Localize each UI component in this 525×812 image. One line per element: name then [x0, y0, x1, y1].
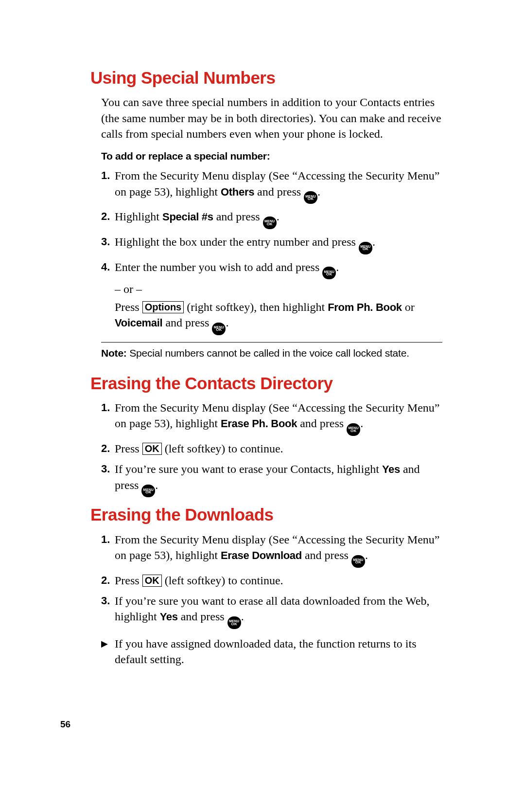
options-softkey: Options	[142, 301, 184, 313]
ok-softkey: OK	[142, 443, 162, 455]
step-text: From the Security Menu display (See “Acc…	[115, 400, 442, 436]
heading-erasing-downloads: Erasing the Downloads	[90, 505, 442, 524]
step-number: 1.	[101, 168, 115, 204]
menu-ok-icon: MENUOK	[212, 323, 226, 335]
subheading-add-replace: To add or replace a special number:	[101, 150, 442, 162]
step-text: Press OK (left softkey) to continue.	[115, 573, 442, 588]
bullet-text: If you have assigned downloaded data, th…	[115, 636, 442, 668]
menu-ok-icon: MENUOK	[228, 616, 241, 629]
menu-ok-icon: MENUOK	[304, 191, 317, 204]
heading-using-special-numbers: Using Special Numbers	[90, 68, 442, 88]
step-number: 3.	[101, 461, 115, 497]
list-item: 1. From the Security Menu display (See “…	[101, 532, 442, 568]
step-number: 1.	[101, 532, 115, 568]
menu-ok-icon: MENUOK	[359, 242, 372, 254]
bullet-note: ▶ If you have assigned downloaded data, …	[101, 636, 442, 668]
menu-ok-icon: MENUOK	[351, 555, 365, 568]
step-text: Highlight the box under the entry number…	[115, 234, 442, 254]
step-number: 4.	[101, 259, 115, 335]
list-item: 3. If you’re sure you want to erase all …	[101, 593, 442, 629]
list-item: 3. Highlight the box under the entry num…	[101, 234, 442, 254]
step-number: 3.	[101, 593, 115, 629]
list-item: 2. Press OK (left softkey) to continue.	[101, 441, 442, 456]
note-block: Note: Special numbers cannot be called i…	[101, 342, 442, 359]
step-text: From the Security Menu display (See “Acc…	[115, 532, 442, 568]
menu-ok-icon: MENUOK	[141, 485, 155, 497]
step-number: 2.	[101, 573, 115, 588]
step-text: If you’re sure you want to erase your Co…	[115, 461, 442, 497]
list-item: 1. From the Security Menu display (See “…	[101, 168, 442, 204]
heading-erasing-contacts: Erasing the Contacts Directory	[90, 374, 442, 393]
list-item: 4. Enter the number you wish to add and …	[101, 259, 442, 335]
triangle-bullet-icon: ▶	[101, 636, 115, 668]
or-separator: – or –	[115, 281, 442, 297]
note-label: Note:	[101, 347, 127, 359]
step-number: 2.	[101, 209, 115, 229]
step-number: 2.	[101, 441, 115, 456]
menu-ok-icon: MENUOK	[347, 423, 360, 436]
step-number: 3.	[101, 234, 115, 254]
step-text: Press OK (left softkey) to continue.	[115, 441, 442, 456]
menu-ok-icon: MENUOK	[263, 217, 277, 229]
page-number: 56	[60, 719, 70, 730]
step-text: From the Security Menu display (See “Acc…	[115, 168, 442, 204]
ok-softkey: OK	[142, 575, 162, 587]
intro-paragraph: You can save three special numbers in ad…	[101, 94, 442, 142]
step-text: If you’re sure you want to erase all dat…	[115, 593, 442, 629]
steps-list-special-numbers: 1. From the Security Menu display (See “…	[101, 168, 442, 335]
list-item: 2. Press OK (left softkey) to continue.	[101, 573, 442, 588]
steps-list-erase-contacts: 1. From the Security Menu display (See “…	[101, 400, 442, 497]
document-page: Using Special Numbers You can save three…	[0, 0, 525, 668]
list-item: 2. Highlight Special #s and press MENUOK…	[101, 209, 442, 229]
step-text: Highlight Special #s and press MENUOK.	[115, 209, 442, 229]
step-number: 1.	[101, 400, 115, 436]
step-text: Enter the number you wish to add and pre…	[115, 259, 442, 335]
list-item: 1. From the Security Menu display (See “…	[101, 400, 442, 436]
note-text: Special numbers cannot be called in the …	[127, 347, 409, 359]
menu-ok-icon: MENUOK	[322, 267, 336, 279]
steps-list-erase-downloads: 1. From the Security Menu display (See “…	[101, 532, 442, 629]
list-item: 3. If you’re sure you want to erase your…	[101, 461, 442, 497]
